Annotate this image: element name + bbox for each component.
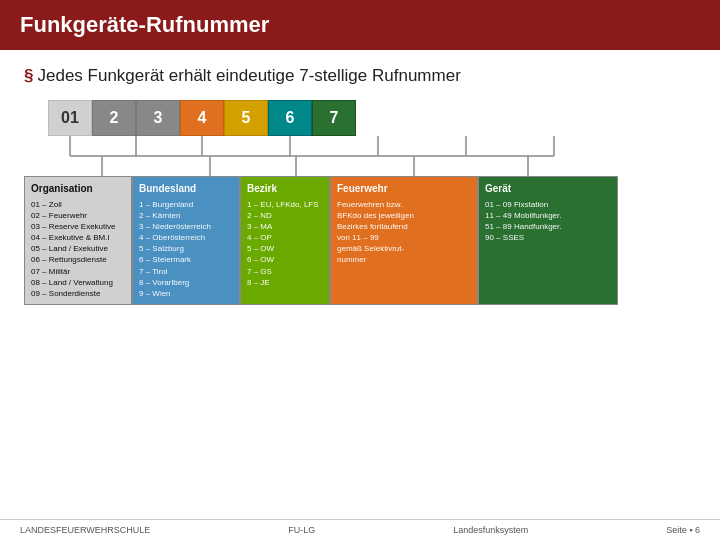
column-line: 1 – Burgenland <box>139 199 233 210</box>
column-header: Feuerwehr <box>337 182 471 196</box>
column-line: 4 – OP <box>247 232 323 243</box>
table-column: Organisation01 – Zoll02 – Feuerwehr03 – … <box>24 176 132 305</box>
column-line: 04 – Exekutive & BM.I <box>31 232 125 243</box>
column-line: 11 – 49 Mobilfunkger. <box>485 210 611 221</box>
column-line: 5 – Salzburg <box>139 243 233 254</box>
column-line: nummer <box>337 254 471 265</box>
tree-connector-svg <box>48 136 662 178</box>
column-line: 09 – Sonderdienste <box>31 288 125 299</box>
column-line: 4 – Oberösterreich <box>139 232 233 243</box>
number-section: 01234567 <box>24 100 696 176</box>
column-line: 07 – Militär <box>31 266 125 277</box>
column-line: Feuerwehren bzw. <box>337 199 471 210</box>
column-line: 2 – Kärnten <box>139 210 233 221</box>
column-line: 08 – Land / Verwaltung <box>31 277 125 288</box>
column-line: von 11 – 99 <box>337 232 471 243</box>
column-line: 02 – Feuerwehr <box>31 210 125 221</box>
number-box: 3 <box>136 100 180 136</box>
page-header: Funkgeräte-Rufnummer <box>0 0 720 50</box>
column-line: 01 – 09 Fixstation <box>485 199 611 210</box>
column-line: 6 – Steiermark <box>139 254 233 265</box>
page-footer: LANDESFEUERWEHRSCHULE FU-LG Landesfunksy… <box>0 519 720 540</box>
column-line: 7 – Tirol <box>139 266 233 277</box>
info-table: Organisation01 – Zoll02 – Feuerwehr03 – … <box>24 176 696 305</box>
column-line: Bezirkes fortlaufend <box>337 221 471 232</box>
column-line: 05 – Land / Exekutive <box>31 243 125 254</box>
bullet-icon: § <box>24 66 33 85</box>
table-column: Gerät01 – 09 Fixstation11 – 49 Mobilfunk… <box>478 176 618 305</box>
column-line: 5 – OW <box>247 243 323 254</box>
column-line: 90 – SSES <box>485 232 611 243</box>
number-box: 2 <box>92 100 136 136</box>
column-line: 3 – MA <box>247 221 323 232</box>
number-box: 7 <box>312 100 356 136</box>
column-line: 9 – Wien <box>139 288 233 299</box>
column-header: Bezirk <box>247 182 323 196</box>
page-title: Funkgeräte-Rufnummer <box>20 12 269 37</box>
column-line: 3 – Niederösterreich <box>139 221 233 232</box>
column-line: gemäß Selektivrut- <box>337 243 471 254</box>
column-line: 1 – EU, LFKdo, LFS <box>247 199 323 210</box>
table-column: FeuerwehrFeuerwehren bzw.BFKdo des jewei… <box>330 176 478 305</box>
column-line: 7 – GS <box>247 266 323 277</box>
main-content: §Jedes Funkgerät erhält eindeutige 7-ste… <box>0 50 720 313</box>
column-line: 06 – Rettungsdienste <box>31 254 125 265</box>
number-box: 01 <box>48 100 92 136</box>
column-line: 8 – JE <box>247 277 323 288</box>
column-line: BFKdo des jeweiligen <box>337 210 471 221</box>
column-line: 8 – Vorarlberg <box>139 277 233 288</box>
table-column: Bezirk1 – EU, LFKdo, LFS2 – ND3 – MA4 – … <box>240 176 330 305</box>
column-header: Organisation <box>31 182 125 196</box>
table-column: Bundesland1 – Burgenland2 – Kärnten3 – N… <box>132 176 240 305</box>
number-box: 6 <box>268 100 312 136</box>
column-line: 51 – 89 Handfunkger. <box>485 221 611 232</box>
number-box: 4 <box>180 100 224 136</box>
column-line: 2 – ND <box>247 210 323 221</box>
footer-center: FU-LG <box>288 525 315 535</box>
column-header: Bundesland <box>139 182 233 196</box>
column-line: 6 – OW <box>247 254 323 265</box>
subtitle-text: Jedes Funkgerät erhält eindeutige 7-stel… <box>37 66 460 85</box>
column-line: 03 – Reserve Exekutive <box>31 221 125 232</box>
subtitle-line: §Jedes Funkgerät erhält eindeutige 7-ste… <box>24 66 696 86</box>
footer-page: Seite ▪ 6 <box>666 525 700 535</box>
number-box: 5 <box>224 100 268 136</box>
column-line: 01 – Zoll <box>31 199 125 210</box>
number-row: 01234567 <box>48 100 356 136</box>
footer-school: LANDESFEUERWEHRSCHULE <box>20 525 150 535</box>
footer-funksystem: Landesfunksystem <box>453 525 528 535</box>
column-header: Gerät <box>485 182 611 196</box>
